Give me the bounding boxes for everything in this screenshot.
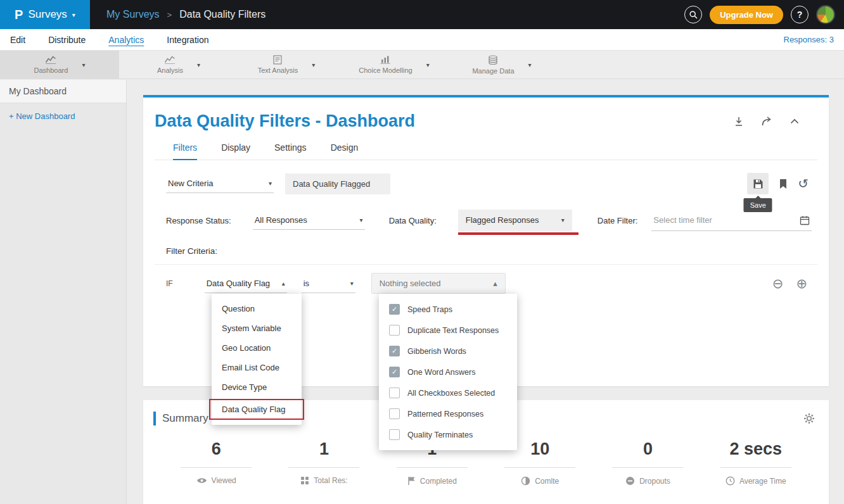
collapse-button[interactable] — [790, 118, 800, 125]
download-button[interactable] — [733, 116, 745, 127]
field-option[interactable]: Email List Code — [212, 358, 302, 377]
stat-label: Average Time — [739, 477, 786, 486]
toolbar-item-manage-data[interactable]: Manage Data ▾ — [454, 51, 550, 79]
download-icon — [733, 116, 745, 127]
date-filter-input[interactable]: Select time filter — [651, 210, 812, 231]
response-status-select[interactable]: All Responses ▾ — [253, 211, 365, 230]
data-quality-label: Data Quality: — [389, 216, 437, 225]
flag-option[interactable]: ✓ All Checkboxes Selected — [379, 382, 517, 403]
analytics-toolbar: Dashboard ▾ Analysis ▾ Text Analysis ▾ C… — [0, 50, 844, 79]
save-icon — [753, 179, 764, 189]
flag-option[interactable]: ✓ Duplicate Text Responses — [379, 320, 517, 341]
eye-icon — [196, 477, 207, 484]
toolbar-item-analysis[interactable]: Analysis ▾ — [131, 51, 227, 79]
toolbar-item-dashboard[interactable]: Dashboard ▾ — [0, 51, 119, 79]
field-select[interactable]: Data Quality Flag ▴ — [205, 274, 287, 293]
summary-settings-button[interactable] — [803, 413, 815, 424]
flag-option[interactable]: ✓ Speed Traps — [379, 299, 517, 320]
chevron-up-icon: ▴ — [493, 279, 497, 288]
main-content: Data Quality Filters - Dashboard — [127, 80, 844, 504]
checkbox[interactable]: ✓ — [389, 325, 400, 336]
add-criteria-button[interactable]: ⊕ — [796, 277, 807, 290]
chevron-down-icon[interactable]: ▾ — [312, 61, 315, 68]
share-button[interactable] — [761, 117, 773, 127]
checkbox[interactable]: ✓ — [389, 346, 400, 356]
tab-settings[interactable]: Settings — [274, 142, 307, 160]
flag-option[interactable]: ✓ One Word Answers — [379, 362, 517, 382]
criteria-type-select[interactable]: New Criteria ▾ — [166, 174, 274, 193]
toolbar-item-text-analysis[interactable]: Text Analysis ▾ — [238, 51, 335, 79]
flag-option[interactable]: ✓ Quality Terminates — [379, 424, 517, 445]
menu-item-distribute[interactable]: Distribute — [48, 35, 86, 45]
field-option-data-quality-flag[interactable]: Data Quality Flag — [209, 399, 304, 420]
toolbar-item-label: Dashboard — [34, 66, 68, 74]
bookmark-icon — [779, 179, 788, 189]
flag-option[interactable]: ✓ Gibberish Words — [379, 341, 517, 362]
app-name: Surveys — [28, 8, 67, 21]
reset-button[interactable]: ↺ — [798, 177, 809, 190]
criteria-name-input[interactable] — [285, 173, 390, 194]
flag-option[interactable]: ✓ Patterned Responses — [379, 403, 517, 424]
toolbar-item-choice-modelling[interactable]: Choice Modelling ▾ — [346, 51, 442, 79]
response-status-value: All Responses — [255, 215, 307, 225]
chevron-down-icon[interactable]: ▾ — [82, 61, 85, 68]
tab-filters[interactable]: Filters — [173, 142, 197, 160]
chevron-down-icon[interactable]: ▾ — [426, 61, 430, 68]
field-option[interactable]: Geo Location — [212, 338, 302, 358]
chevron-down-icon: ▾ — [360, 217, 363, 224]
app-switcher[interactable]: P Surveys ▾ — [0, 0, 90, 29]
checkbox[interactable]: ✓ — [389, 367, 400, 377]
topbar-actions: Upgrade Now ? — [684, 5, 844, 24]
analysis-chart-icon — [164, 55, 176, 65]
operator-select[interactable]: is ▾ — [302, 274, 355, 293]
checkbox[interactable]: ✓ — [389, 429, 400, 440]
flags-multiselect-value: Nothing selected — [380, 279, 441, 288]
choice-modelling-icon — [380, 55, 391, 65]
menu-item-analytics[interactable]: Analytics — [108, 35, 144, 45]
menu-item-edit[interactable]: Edit — [10, 35, 25, 45]
data-quality-select[interactable]: Flagged Responses ▾ — [458, 210, 572, 231]
date-filter-placeholder: Select time filter — [653, 215, 712, 225]
checkbox[interactable]: ✓ — [389, 408, 400, 419]
avatar[interactable] — [816, 5, 835, 24]
toolbar-item-label: Text Analysis — [258, 66, 298, 74]
operator-select-value: is — [304, 279, 309, 288]
checkbox[interactable]: ✓ — [389, 387, 400, 398]
calendar-icon[interactable] — [800, 215, 810, 225]
menubar: Edit Distribute Analytics Integration Re… — [0, 29, 844, 50]
search-button[interactable] — [684, 6, 702, 23]
stat-divider — [288, 467, 359, 468]
toolbar-item-label: Analysis — [157, 66, 183, 74]
upgrade-now-button[interactable]: Upgrade Now — [710, 6, 783, 24]
text-analysis-icon — [272, 55, 283, 65]
menu-item-integration[interactable]: Integration — [167, 35, 208, 45]
check-icon: ✓ — [392, 347, 397, 355]
toolbar-item-label: Choice Modelling — [359, 66, 412, 74]
flags-multiselect[interactable]: Nothing selected ▴ — [371, 273, 506, 294]
gear-icon — [803, 413, 815, 424]
help-button[interactable]: ? — [791, 6, 809, 23]
field-option[interactable]: Question — [212, 299, 302, 318]
stat-value: 6 — [162, 439, 270, 459]
chevron-down-icon[interactable]: ▾ — [197, 61, 200, 68]
breadcrumb-my-surveys[interactable]: My Surveys — [106, 9, 160, 20]
field-option[interactable]: System Variable — [212, 318, 302, 338]
chevron-down-icon[interactable]: ▾ — [528, 61, 532, 68]
flag-option-label: All Checkboxes Selected — [407, 389, 495, 398]
bookmark-button[interactable] — [779, 179, 788, 189]
responses-count[interactable]: Responses: 3 — [784, 35, 834, 44]
remove-criteria-button[interactable]: ⊖ — [772, 277, 784, 290]
sidebar-item-my-dashboard[interactable]: My Dashboard — [0, 80, 126, 103]
breadcrumb-current: Data Quality Filters — [179, 9, 265, 20]
filter-criteria-label: Filter Criteria: — [166, 246, 817, 256]
tab-design[interactable]: Design — [331, 142, 359, 160]
field-option[interactable]: Device Type — [212, 377, 302, 397]
new-dashboard-button[interactable]: + New Dashboard — [0, 103, 126, 129]
stat-label: Completed — [420, 477, 457, 486]
checkbox[interactable]: ✓ — [389, 304, 400, 315]
tab-display[interactable]: Display — [221, 142, 250, 160]
chevron-up-icon — [790, 118, 800, 125]
criteria-type-value: New Criteria — [168, 179, 214, 188]
save-button[interactable]: Save — [747, 173, 769, 194]
breadcrumb-separator: > — [167, 10, 172, 20]
